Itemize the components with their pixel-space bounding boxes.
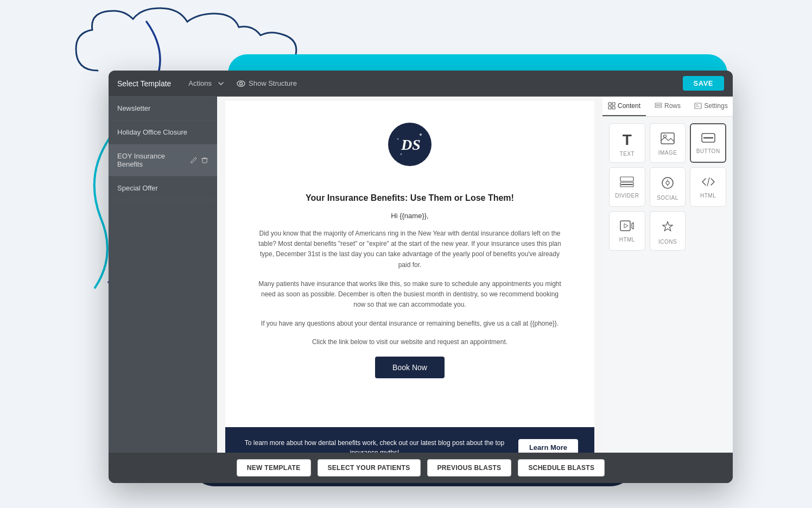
social-icon (661, 176, 674, 192)
tab-settings[interactable]: Settings (689, 97, 733, 116)
content-item-button[interactable]: BUTTON (690, 123, 726, 163)
svg-text:DS: DS (401, 136, 421, 153)
email-footer-text: To learn more about how dental benefits … (242, 438, 507, 453)
sidebar-item-label: EOY Insurance Benefits (117, 152, 190, 168)
sidebar: Newsletter Holiday Office Closure EOY In… (109, 97, 217, 453)
sidebar-item-special-offer[interactable]: Special Offer (109, 176, 217, 200)
select-patients-button[interactable]: SELECT YOUR PATIENTS (318, 459, 421, 477)
show-structure-label: Show Structure (249, 79, 297, 87)
content-item-icons[interactable]: ICONS (650, 211, 686, 251)
content-item-video[interactable]: HTML (609, 211, 645, 251)
email-container: DS Your Insurance Benefits: Use Them or … (225, 101, 594, 453)
image-icon (661, 132, 675, 147)
svg-marker-31 (624, 224, 628, 228)
right-panel: Content Rows Settings (602, 97, 733, 453)
content-item-html[interactable]: HTML (690, 167, 726, 207)
main-content: Newsletter Holiday Office Closure EOY In… (109, 97, 733, 453)
sidebar-item-actions (190, 156, 208, 164)
sidebar-item-label: Newsletter (117, 104, 150, 112)
delete-icon[interactable] (201, 156, 208, 164)
svg-rect-2 (202, 158, 207, 163)
sidebar-item-eoy-insurance-benefits[interactable]: EOY Insurance Benefits (109, 144, 217, 176)
sidebar-item-holiday-office-closure[interactable]: Holiday Office Closure (109, 120, 217, 144)
video-label: HTML (619, 237, 635, 243)
content-item-image[interactable]: IMAGE (650, 123, 686, 163)
svg-point-26 (666, 181, 669, 185)
actions-dropdown[interactable]: Actions (188, 79, 224, 87)
sidebar-item-newsletter[interactable]: Newsletter (109, 97, 217, 120)
svg-point-7 (397, 138, 399, 140)
svg-point-6 (401, 154, 402, 155)
email-paragraph-2: Many patients have insurance that works … (258, 279, 562, 310)
icons-label: ICONS (658, 239, 677, 245)
svg-rect-8 (608, 103, 611, 105)
tab-rows[interactable]: Rows (646, 97, 689, 116)
content-grid: T TEXT IMAGE (602, 117, 733, 257)
social-label: SOCIAL (657, 195, 678, 201)
chevron-down-icon (218, 82, 224, 85)
logo-svg: DS (394, 128, 426, 161)
svg-rect-17 (661, 133, 674, 144)
rows-tab-icon (655, 102, 662, 110)
icons-icon (661, 220, 674, 236)
svg-line-29 (707, 177, 709, 186)
svg-rect-9 (612, 103, 615, 105)
email-footer-banner: To learn more about how dental benefits … (225, 427, 594, 453)
app-window: Select Template Actions Show Structure S… (109, 71, 733, 483)
settings-tab-icon (694, 102, 702, 110)
email-greeting: Hi {{name}}, (258, 212, 562, 220)
divider-label: DIVIDER (615, 193, 639, 199)
video-icon (620, 220, 634, 233)
new-template-button[interactable]: NEW TEMPLATE (237, 459, 311, 477)
html-label: HTML (700, 193, 716, 199)
svg-rect-11 (612, 106, 615, 109)
divider-icon (620, 176, 634, 189)
content-item-text[interactable]: T TEXT (609, 123, 645, 163)
show-structure-toggle[interactable]: Show Structure (237, 79, 297, 88)
svg-rect-10 (608, 106, 611, 109)
actions-label: Actions (188, 79, 212, 87)
save-button[interactable]: SAVE (683, 76, 724, 91)
content-item-social[interactable]: SOCIAL (650, 167, 686, 207)
learn-more-button[interactable]: Learn More (518, 439, 578, 453)
sidebar-item-label: Holiday Office Closure (117, 128, 187, 136)
svg-point-1 (240, 82, 243, 85)
image-label: IMAGE (658, 150, 677, 156)
content-item-divider[interactable]: DIVIDER (609, 167, 645, 207)
email-paragraph-3: If you have any questions about your den… (258, 319, 562, 329)
email-subject: Your Insurance Benefits: Use Them or Los… (258, 193, 562, 203)
logo-ds: DS (388, 123, 432, 166)
svg-point-24 (662, 177, 673, 188)
edit-icon[interactable] (190, 156, 198, 164)
text-label: TEXT (620, 151, 635, 157)
html-icon (701, 176, 715, 189)
svg-point-0 (237, 81, 245, 86)
bottom-bar: NEW TEMPLATE SELECT YOUR PATIENTS PREVIO… (109, 453, 733, 483)
svg-point-5 (420, 134, 422, 136)
book-now-button[interactable]: Book Now (375, 357, 445, 378)
email-header: DS (225, 101, 594, 188)
eye-icon (237, 79, 245, 88)
toolbar: Select Template Actions Show Structure S… (109, 71, 733, 97)
text-icon: T (623, 132, 632, 148)
svg-rect-12 (655, 103, 662, 105)
tab-content[interactable]: Content (602, 97, 646, 116)
schedule-blasts-button[interactable]: SCHEDULE BLASTS (518, 459, 605, 477)
button-label: BUTTON (696, 148, 720, 154)
svg-rect-21 (620, 177, 633, 181)
tab-rows-label: Rows (664, 102, 681, 110)
email-body: Your Insurance Benefits: Use Them or Los… (225, 188, 594, 427)
email-paragraph-1: Did you know that the majority of Americ… (258, 228, 562, 270)
email-cta-text: Click the link below to visit our websit… (258, 338, 562, 346)
email-preview: DS Your Insurance Benefits: Use Them or … (217, 97, 602, 453)
svg-rect-13 (655, 106, 662, 107)
right-panel-tabs: Content Rows Settings (602, 97, 733, 117)
tab-settings-label: Settings (704, 102, 727, 110)
previous-blasts-button[interactable]: PREVIOUS BLASTS (427, 459, 512, 477)
tab-content-label: Content (618, 102, 640, 110)
svg-rect-30 (620, 221, 630, 231)
toolbar-title: Select Template (117, 79, 171, 88)
content-tab-icon (608, 102, 616, 110)
email-logo: DS (388, 123, 432, 166)
sidebar-item-label: Special Offer (117, 184, 158, 192)
